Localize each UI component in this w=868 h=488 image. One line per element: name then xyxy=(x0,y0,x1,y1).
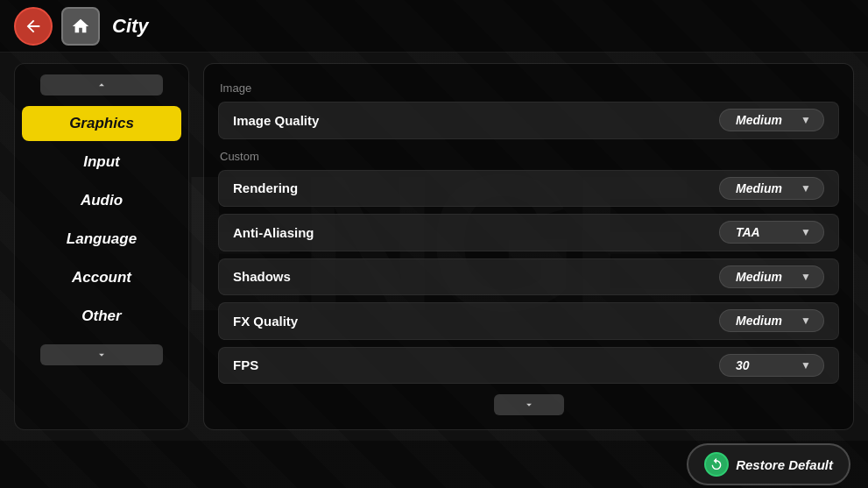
setting-value-rendering: Medium xyxy=(736,181,782,195)
dropdown-arrow-image-quality: ▼ xyxy=(801,114,811,126)
setting-row-rendering: Rendering Medium ▼ xyxy=(218,170,839,208)
sidebar-scroll-down[interactable] xyxy=(22,341,181,369)
setting-label-fx-quality: FX Quality xyxy=(233,314,298,329)
top-bar: City xyxy=(0,0,868,53)
setting-value-fx-quality: Medium xyxy=(736,314,782,328)
setting-row-image-quality: Image Quality Medium ▼ xyxy=(218,102,839,139)
panel-down-arrow[interactable] xyxy=(494,394,564,415)
dropdown-arrow-rendering: ▼ xyxy=(801,182,811,194)
home-button[interactable] xyxy=(61,7,100,46)
sidebar-item-language[interactable]: Language xyxy=(22,222,181,257)
setting-control-fps[interactable]: 30 ▼ xyxy=(719,354,824,377)
sidebar-item-other[interactable]: Other xyxy=(22,299,181,334)
setting-label-fps: FPS xyxy=(233,357,258,372)
restore-icon xyxy=(704,452,729,477)
setting-value-shadows: Medium xyxy=(736,270,782,284)
restore-default-button[interactable]: Restore Default xyxy=(687,443,850,485)
setting-label-image-quality: Image Quality xyxy=(233,113,319,128)
setting-label-shadows: Shadows xyxy=(233,269,291,284)
sidebar-item-audio[interactable]: Audio xyxy=(22,183,181,218)
dropdown-arrow-shadows: ▼ xyxy=(801,271,811,283)
setting-row-anti-aliasing: Anti-Aliasing TAA ▼ xyxy=(218,214,839,251)
settings-panel: Image Image Quality Medium ▼ Custom Rend… xyxy=(203,63,854,430)
sidebar-scroll-up[interactable] xyxy=(22,71,181,99)
main-content: Graphics Input Audio Language Account Ot… xyxy=(0,53,868,441)
sidebar-down-arrow[interactable] xyxy=(40,344,163,365)
setting-row-shadows: Shadows Medium ▼ xyxy=(218,258,839,296)
sidebar-item-graphics[interactable]: Graphics xyxy=(22,106,181,141)
setting-control-image-quality[interactable]: Medium ▼ xyxy=(719,109,824,131)
back-button[interactable] xyxy=(14,7,53,46)
bottom-bar: Restore Default xyxy=(0,441,868,488)
setting-control-rendering[interactable]: Medium ▼ xyxy=(719,177,824,200)
section-label-image: Image xyxy=(218,81,839,95)
setting-label-anti-aliasing: Anti-Aliasing xyxy=(233,225,314,240)
dropdown-arrow-anti-aliasing: ▼ xyxy=(801,226,811,238)
setting-control-anti-aliasing[interactable]: TAA ▼ xyxy=(719,221,824,244)
setting-row-fps: FPS 30 ▼ xyxy=(218,347,839,385)
panel-scroll-down[interactable] xyxy=(218,391,839,415)
restore-default-label: Restore Default xyxy=(736,457,833,472)
setting-label-rendering: Rendering xyxy=(233,180,298,195)
sidebar-up-arrow[interactable] xyxy=(40,74,163,95)
section-label-custom: Custom xyxy=(218,150,839,163)
setting-row-fx-quality: FX Quality Medium ▼ xyxy=(218,302,839,340)
sidebar: Graphics Input Audio Language Account Ot… xyxy=(14,63,189,430)
setting-value-anti-aliasing: TAA xyxy=(736,225,760,239)
setting-value-image-quality: Medium xyxy=(736,113,782,127)
dropdown-arrow-fps: ▼ xyxy=(801,359,811,371)
page-title: City xyxy=(112,15,149,38)
setting-control-shadows[interactable]: Medium ▼ xyxy=(719,265,824,288)
setting-value-fps: 30 xyxy=(736,358,750,372)
setting-control-fx-quality[interactable]: Medium ▼ xyxy=(719,309,824,332)
sidebar-item-account[interactable]: Account xyxy=(22,260,181,295)
sidebar-item-input[interactable]: Input xyxy=(22,145,181,180)
dropdown-arrow-fx-quality: ▼ xyxy=(801,315,811,327)
